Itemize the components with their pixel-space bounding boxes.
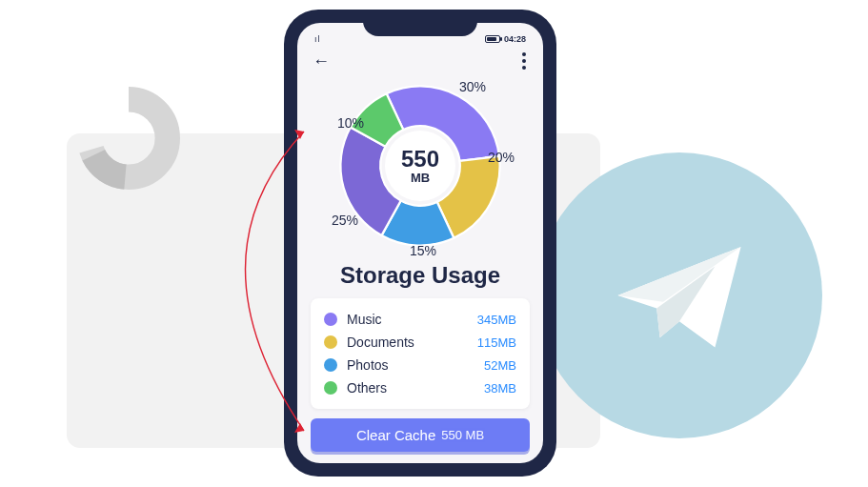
legend-row: Music 345MB xyxy=(324,308,516,331)
legend-name: Others xyxy=(347,380,484,396)
more-icon[interactable] xyxy=(520,51,528,71)
back-icon[interactable]: ← xyxy=(313,51,330,71)
legend-size: 345MB xyxy=(477,313,516,327)
legend-size: 38MB xyxy=(484,381,516,396)
slice-label: 20% xyxy=(488,150,515,165)
donut-center-unit: MB xyxy=(411,171,430,185)
legend-row: Photos 52MB xyxy=(324,354,516,376)
legend-row: Documents 115MB xyxy=(324,331,516,354)
phone-screen: ıl 04:28 ← 550 MB 30% 20% 15% 25% 10% St… xyxy=(297,23,543,463)
button-label: Clear Cache xyxy=(356,427,435,443)
legend-name: Photos xyxy=(347,357,484,373)
legend-name: Documents xyxy=(347,335,477,350)
legend-name: Music xyxy=(347,312,477,327)
donut-center: 550 MB xyxy=(385,131,455,201)
status-time: 04:28 xyxy=(504,34,526,44)
telegram-logo-icon xyxy=(536,152,822,438)
legend-card: Music 345MB Documents 115MB Photos 52MB … xyxy=(311,298,530,409)
legend-dot-icon xyxy=(324,358,337,372)
storage-donut-chart: 550 MB 30% 20% 15% 25% 10% xyxy=(330,75,511,256)
decorative-donut-icon xyxy=(71,81,186,195)
legend-dot-icon xyxy=(324,313,337,326)
legend-size: 115MB xyxy=(477,335,516,350)
signal-icon: ıl xyxy=(314,34,321,44)
status-bar: ıl 04:28 xyxy=(311,30,530,47)
slice-label: 25% xyxy=(332,213,358,228)
slice-label: 15% xyxy=(410,243,436,258)
page-title: Storage Usage xyxy=(311,262,530,289)
legend-row: Others 38MB xyxy=(324,376,516,399)
legend-size: 52MB xyxy=(484,358,516,373)
button-sub: 550 MB xyxy=(441,428,484,442)
donut-center-value: 550 xyxy=(401,148,439,171)
top-bar: ← xyxy=(311,47,530,73)
phone-frame: ıl 04:28 ← 550 MB 30% 20% 15% 25% 10% St… xyxy=(286,11,555,475)
legend-dot-icon xyxy=(324,381,337,395)
battery-icon xyxy=(485,35,500,43)
slice-label: 30% xyxy=(459,79,486,94)
slice-label: 10% xyxy=(337,115,364,131)
legend-dot-icon xyxy=(324,335,337,349)
clear-cache-button[interactable]: Clear Cache 550 MB xyxy=(311,418,530,452)
